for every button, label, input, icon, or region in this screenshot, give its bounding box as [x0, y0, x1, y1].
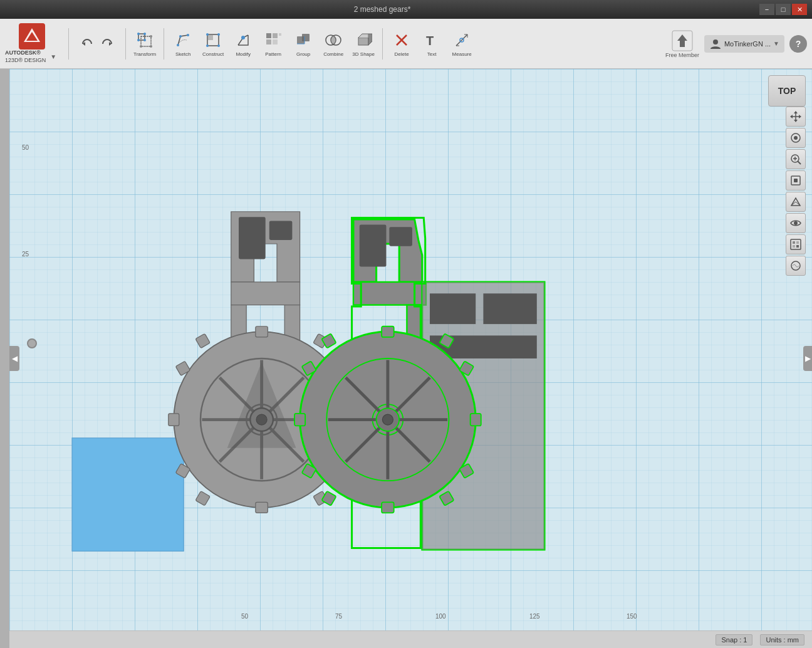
svg-rect-5 [141, 36, 151, 46]
group-icon [294, 31, 313, 50]
units-value[interactable]: Units : mm [760, 634, 804, 645]
right-gear-assembly [294, 218, 544, 550]
svg-point-10 [150, 35, 152, 38]
right-panel-toggle[interactable]: ▶ [803, 346, 812, 371]
text-label: Text [427, 51, 437, 57]
svg-point-114 [794, 221, 798, 225]
construct-button[interactable]: Construct [199, 25, 227, 63]
sketch-icon [174, 31, 192, 50]
svg-rect-76 [483, 293, 536, 324]
svg-rect-115 [791, 239, 801, 249]
modify-button[interactable]: Modify [229, 25, 257, 63]
free-member-text: Free Member [665, 52, 699, 58]
zoom-fit-button[interactable] [786, 170, 806, 191]
measure-button[interactable]: Measure [448, 25, 476, 63]
status-bar: Snap : 1 Units : mm [9, 630, 812, 648]
svg-rect-25 [266, 39, 271, 44]
svg-point-14 [187, 34, 189, 36]
transform-icon [135, 31, 154, 50]
modify-label: Modify [236, 51, 251, 57]
svg-rect-49 [256, 502, 268, 513]
svg-text:T: T [426, 34, 434, 48]
minimize-button[interactable]: − [759, 4, 774, 15]
title-bar: 2 meshed gears* − □ ✕ [0, 0, 812, 19]
render-button[interactable] [786, 234, 806, 254]
pattern-button[interactable]: Pattern [259, 25, 287, 63]
sketch-label: Sketch [175, 51, 190, 57]
window-controls: − □ ✕ [759, 4, 807, 15]
delete-icon [392, 31, 411, 50]
measure-icon [452, 31, 471, 50]
nav-pivot [27, 338, 37, 348]
pan-button[interactable] [786, 107, 806, 127]
snap-value[interactable]: Snap : 1 [716, 634, 752, 645]
user-icon [709, 38, 722, 50]
delete-button[interactable]: Delete [388, 25, 415, 63]
svg-rect-42 [239, 217, 266, 259]
help-button[interactable]: ? [789, 35, 807, 53]
logo-area: AUTODESK® 123D® DESIGN ▼ [5, 23, 58, 64]
svg-rect-24 [273, 33, 278, 38]
user-account-button[interactable]: MoTinkerGN ... ▼ [704, 35, 784, 53]
svg-point-20 [206, 44, 209, 47]
view-eye-button[interactable] [786, 213, 806, 233]
perspective-button[interactable] [786, 192, 806, 212]
svg-point-13 [179, 35, 182, 38]
group-button[interactable]: Group [289, 25, 317, 63]
user-dropdown-arrow: ▼ [773, 40, 779, 47]
svg-point-6 [137, 33, 140, 35]
svg-rect-26 [273, 39, 278, 44]
nav-left-button[interactable]: ◀ [9, 346, 19, 371]
pattern-label: Pattern [265, 51, 281, 57]
top-view-button[interactable]: TOP [768, 75, 806, 107]
maximize-button[interactable]: □ [776, 4, 791, 15]
transform-button[interactable]: Transform [131, 25, 159, 63]
svg-rect-81 [382, 502, 394, 513]
svg-line-109 [798, 161, 801, 164]
svg-rect-32 [358, 38, 368, 45]
material-button[interactable] [786, 256, 806, 276]
svg-rect-70 [389, 227, 412, 246]
free-member-badge: Free Member [665, 29, 699, 58]
undo-button[interactable] [78, 34, 96, 53]
svg-rect-75 [430, 293, 476, 324]
sketch-button[interactable]: Sketch [169, 25, 197, 63]
shell-button[interactable]: 3D Shape [350, 25, 377, 63]
separator-2 [125, 28, 126, 60]
svg-point-11 [140, 45, 142, 48]
svg-marker-104 [790, 115, 793, 118]
toolbar: AUTODESK® 123D® DESIGN ▼ [0, 19, 812, 69]
svg-point-99 [382, 414, 393, 425]
svg-marker-105 [799, 115, 801, 118]
combine-icon [324, 31, 343, 50]
zoom-button[interactable] [786, 149, 806, 169]
combine-label: Combine [323, 51, 343, 57]
svg-point-7 [143, 33, 146, 35]
svg-marker-103 [794, 120, 798, 122]
svg-rect-48 [256, 327, 268, 337]
svg-point-9 [143, 39, 146, 41]
svg-point-8 [137, 39, 140, 41]
transform-label: Transform [133, 51, 156, 57]
view-toolbar [786, 107, 806, 276]
redo-button[interactable] [98, 34, 117, 53]
svg-point-19 [217, 33, 220, 36]
modify-icon [234, 31, 252, 50]
svg-rect-29 [302, 34, 310, 41]
svg-rect-69 [360, 225, 387, 267]
svg-point-21 [217, 44, 220, 47]
svg-rect-4 [138, 34, 145, 40]
close-button[interactable]: ✕ [792, 4, 807, 15]
separator-4 [382, 28, 383, 60]
orbit-button[interactable] [786, 128, 806, 148]
pattern-icon [264, 31, 283, 50]
viewport[interactable]: 50 75 100 125 150 50 25 [9, 69, 812, 648]
separator-1 [68, 28, 69, 60]
text-button[interactable]: T Text [418, 25, 445, 63]
svg-rect-44 [231, 282, 300, 305]
combine-button[interactable]: Combine [320, 25, 347, 63]
left-ruler [0, 69, 9, 648]
delete-label: Delete [395, 51, 409, 57]
svg-rect-116 [793, 241, 795, 244]
app-menu-dropdown[interactable]: ▼ [48, 52, 58, 62]
